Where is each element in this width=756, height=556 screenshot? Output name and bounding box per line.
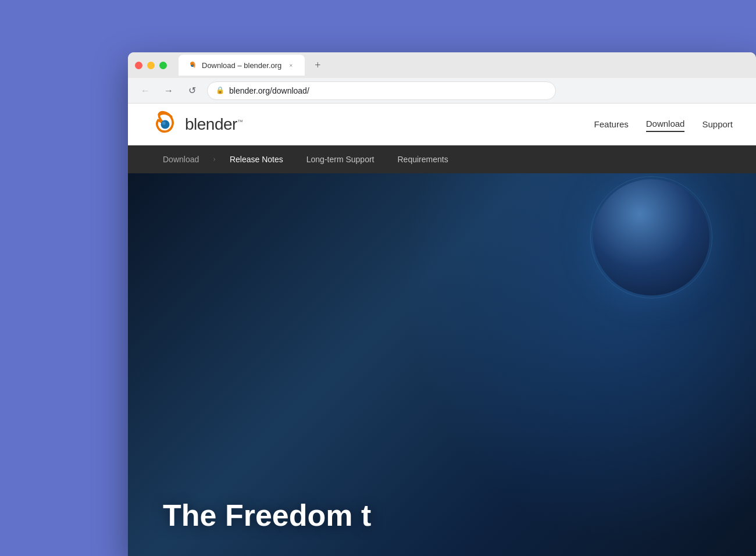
website-content: blender™ Features Download Support Downl…: [128, 104, 756, 556]
sub-nav-release-notes[interactable]: Release Notes: [218, 145, 295, 173]
minimize-button[interactable]: [147, 62, 155, 69]
reload-button[interactable]: ↺: [184, 83, 200, 99]
url-text: blender.org/download/: [229, 86, 309, 95]
sub-nav-download[interactable]: Download: [151, 145, 211, 173]
forward-button[interactable]: →: [161, 83, 177, 99]
blender-logo-icon: [151, 111, 179, 138]
site-navigation: Features Download Support: [594, 116, 733, 132]
tab-area: Download – blender.org × +: [179, 55, 749, 76]
url-bar[interactable]: 🔒 blender.org/download/: [207, 81, 556, 100]
svg-point-2: [162, 121, 166, 124]
nav-download[interactable]: Download: [646, 116, 685, 132]
title-bar: Download – blender.org × +: [128, 52, 756, 78]
nav-features[interactable]: Features: [594, 117, 629, 131]
maximize-button[interactable]: [159, 62, 167, 69]
sub-nav-separator: ›: [211, 155, 218, 164]
sub-nav-requirements[interactable]: Requirements: [386, 145, 460, 173]
svg-point-1: [161, 120, 170, 129]
hero-section: The Freedom t: [128, 173, 756, 556]
hero-title: The Freedom t: [163, 498, 371, 533]
nav-support[interactable]: Support: [702, 117, 733, 131]
address-bar: ← → ↺ 🔒 blender.org/download/: [128, 78, 756, 104]
active-tab[interactable]: Download – blender.org ×: [179, 55, 305, 76]
traffic-lights: [135, 62, 167, 69]
sub-nav-lts[interactable]: Long-term Support: [295, 145, 386, 173]
hero-orb: [593, 179, 709, 295]
back-button[interactable]: ←: [137, 83, 154, 99]
site-header: blender™ Features Download Support: [128, 104, 756, 145]
lock-icon: 🔒: [216, 86, 224, 95]
close-button[interactable]: [135, 62, 142, 69]
browser-window: Download – blender.org × + ← → ↺ 🔒 blend…: [128, 52, 756, 556]
blender-logo[interactable]: blender™: [151, 111, 243, 138]
tab-title: Download – blender.org: [202, 61, 281, 70]
sub-navigation: Download › Release Notes Long-term Suppo…: [128, 145, 756, 173]
new-tab-button[interactable]: +: [309, 57, 326, 73]
tab-favicon: [188, 60, 197, 70]
tab-close-button[interactable]: ×: [286, 60, 295, 70]
blender-wordmark: blender™: [185, 115, 243, 134]
